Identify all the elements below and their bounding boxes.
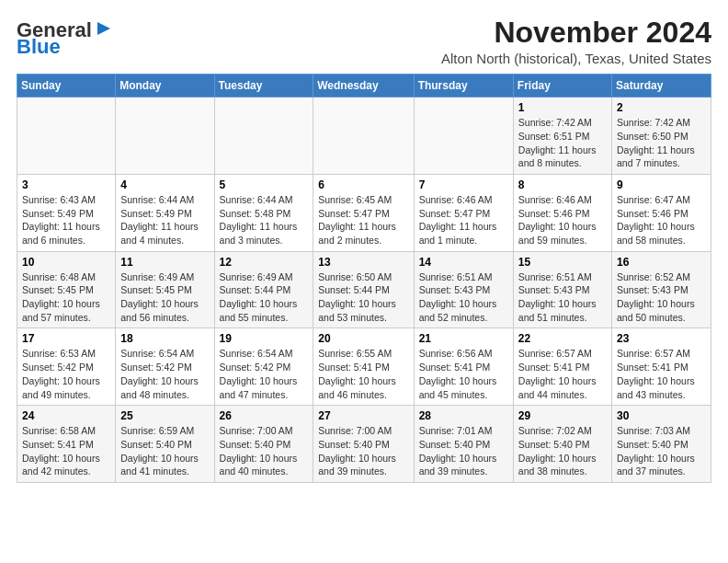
day-info: Sunrise: 6:54 AM Sunset: 5:42 PM Dayligh… (220, 347, 309, 401)
day-number: 7 (419, 178, 508, 191)
month-title: November 2024 (441, 17, 711, 49)
calendar-header: SundayMondayTuesdayWednesdayThursdayFrid… (17, 75, 711, 98)
day-number: 24 (22, 409, 110, 422)
day-cell: 2Sunrise: 7:42 AM Sunset: 6:50 PM Daylig… (612, 98, 711, 175)
day-number: 22 (518, 332, 607, 345)
day-cell: 16Sunrise: 6:52 AM Sunset: 5:43 PM Dayli… (612, 251, 711, 328)
day-info: Sunrise: 6:50 AM Sunset: 5:44 PM Dayligh… (318, 270, 408, 325)
header-row: SundayMondayTuesdayWednesdayThursdayFrid… (17, 75, 711, 98)
week-row-2: 3Sunrise: 6:43 AM Sunset: 5:49 PM Daylig… (17, 174, 711, 251)
day-cell: 8Sunrise: 6:46 AM Sunset: 5:46 PM Daylig… (513, 174, 611, 251)
day-number: 2 (617, 101, 706, 114)
day-info: Sunrise: 7:03 AM Sunset: 5:40 PM Dayligh… (617, 424, 706, 478)
day-info: Sunrise: 6:59 AM Sunset: 5:40 PM Dayligh… (120, 424, 209, 478)
day-number: 20 (318, 332, 408, 345)
day-cell: 20Sunrise: 6:55 AM Sunset: 5:41 PM Dayli… (313, 328, 414, 406)
day-number: 27 (318, 409, 408, 422)
day-number: 19 (220, 332, 309, 345)
day-cell: 17Sunrise: 6:53 AM Sunset: 5:42 PM Dayli… (17, 328, 116, 406)
day-cell: 12Sunrise: 6:49 AM Sunset: 5:44 PM Dayli… (214, 251, 313, 328)
day-cell: 4Sunrise: 6:44 AM Sunset: 5:49 PM Daylig… (116, 174, 214, 251)
day-number: 13 (318, 256, 408, 269)
day-number: 26 (220, 409, 309, 422)
day-info: Sunrise: 7:00 AM Sunset: 5:40 PM Dayligh… (220, 424, 309, 478)
day-number: 23 (617, 332, 706, 345)
day-info: Sunrise: 7:02 AM Sunset: 5:40 PM Dayligh… (518, 424, 607, 478)
day-cell: 25Sunrise: 6:59 AM Sunset: 5:40 PM Dayli… (116, 406, 214, 483)
day-number: 12 (220, 256, 309, 269)
location-title: Alton North (historical), Texas, United … (441, 51, 711, 66)
logo: General Blue (17, 20, 114, 57)
day-number: 30 (617, 409, 706, 422)
header-cell-sunday: Sunday (17, 75, 116, 98)
day-info: Sunrise: 6:49 AM Sunset: 5:45 PM Dayligh… (120, 270, 209, 325)
day-number: 18 (120, 332, 209, 345)
day-cell: 6Sunrise: 6:45 AM Sunset: 5:47 PM Daylig… (313, 174, 414, 251)
week-row-5: 24Sunrise: 6:58 AM Sunset: 5:41 PM Dayli… (17, 406, 711, 483)
day-number: 5 (220, 178, 309, 191)
day-cell: 27Sunrise: 7:00 AM Sunset: 5:40 PM Dayli… (313, 406, 414, 483)
day-cell: 29Sunrise: 7:02 AM Sunset: 5:40 PM Dayli… (513, 406, 611, 483)
day-number: 3 (22, 178, 110, 191)
day-number: 15 (518, 256, 607, 269)
header: General Blue November 2024 Alton North (… (17, 17, 711, 66)
day-info: Sunrise: 6:45 AM Sunset: 5:47 PM Dayligh… (318, 193, 408, 247)
day-number: 17 (22, 332, 110, 345)
day-info: Sunrise: 7:42 AM Sunset: 6:50 PM Dayligh… (617, 116, 706, 170)
day-cell: 15Sunrise: 6:51 AM Sunset: 5:43 PM Dayli… (513, 251, 611, 328)
day-number: 8 (518, 178, 607, 191)
day-info: Sunrise: 7:42 AM Sunset: 6:51 PM Dayligh… (518, 116, 607, 170)
page: General Blue November 2024 Alton North (… (0, 0, 728, 492)
day-info: Sunrise: 6:44 AM Sunset: 5:48 PM Dayligh… (220, 193, 309, 247)
day-cell: 7Sunrise: 6:46 AM Sunset: 5:47 PM Daylig… (414, 174, 513, 251)
logo-arrow-icon (94, 18, 114, 39)
day-cell: 30Sunrise: 7:03 AM Sunset: 5:40 PM Dayli… (612, 406, 711, 483)
day-info: Sunrise: 6:51 AM Sunset: 5:43 PM Dayligh… (419, 270, 508, 325)
header-cell-thursday: Thursday (414, 75, 513, 98)
day-cell (116, 98, 214, 175)
day-number: 6 (318, 178, 408, 191)
day-number: 1 (518, 101, 607, 114)
day-info: Sunrise: 6:47 AM Sunset: 5:46 PM Dayligh… (617, 193, 706, 247)
day-cell: 3Sunrise: 6:43 AM Sunset: 5:49 PM Daylig… (17, 174, 116, 251)
day-number: 28 (419, 409, 508, 422)
day-cell: 9Sunrise: 6:47 AM Sunset: 5:46 PM Daylig… (612, 174, 711, 251)
day-cell: 21Sunrise: 6:56 AM Sunset: 5:41 PM Dayli… (414, 328, 513, 406)
day-info: Sunrise: 6:51 AM Sunset: 5:43 PM Dayligh… (518, 270, 607, 325)
day-cell (17, 98, 116, 175)
week-row-1: 1Sunrise: 7:42 AM Sunset: 6:51 PM Daylig… (17, 98, 711, 175)
day-info: Sunrise: 6:54 AM Sunset: 5:42 PM Dayligh… (120, 347, 209, 401)
day-number: 21 (419, 332, 508, 345)
header-cell-tuesday: Tuesday (214, 75, 313, 98)
day-cell: 28Sunrise: 7:01 AM Sunset: 5:40 PM Dayli… (414, 406, 513, 483)
day-number: 29 (518, 409, 607, 422)
day-cell: 23Sunrise: 6:57 AM Sunset: 5:41 PM Dayli… (612, 328, 711, 406)
day-info: Sunrise: 6:49 AM Sunset: 5:44 PM Dayligh… (220, 270, 309, 325)
calendar-body: 1Sunrise: 7:42 AM Sunset: 6:51 PM Daylig… (17, 98, 711, 483)
day-number: 25 (120, 409, 209, 422)
day-info: Sunrise: 6:57 AM Sunset: 5:41 PM Dayligh… (518, 347, 607, 401)
day-cell: 18Sunrise: 6:54 AM Sunset: 5:42 PM Dayli… (116, 328, 214, 406)
logo-blue: Blue (17, 37, 61, 57)
day-info: Sunrise: 7:00 AM Sunset: 5:40 PM Dayligh… (318, 424, 408, 478)
day-info: Sunrise: 6:43 AM Sunset: 5:49 PM Dayligh… (22, 193, 110, 247)
day-info: Sunrise: 6:44 AM Sunset: 5:49 PM Dayligh… (120, 193, 209, 247)
day-cell (214, 98, 313, 175)
day-info: Sunrise: 6:58 AM Sunset: 5:41 PM Dayligh… (22, 424, 110, 478)
day-info: Sunrise: 6:55 AM Sunset: 5:41 PM Dayligh… (318, 347, 408, 401)
day-info: Sunrise: 6:48 AM Sunset: 5:45 PM Dayligh… (22, 270, 110, 325)
day-number: 9 (617, 178, 706, 191)
day-cell (414, 98, 513, 175)
header-cell-monday: Monday (116, 75, 214, 98)
header-cell-friday: Friday (513, 75, 611, 98)
day-cell (313, 98, 414, 175)
day-number: 11 (120, 256, 209, 269)
week-row-4: 17Sunrise: 6:53 AM Sunset: 5:42 PM Dayli… (17, 328, 711, 406)
day-info: Sunrise: 6:53 AM Sunset: 5:42 PM Dayligh… (22, 347, 110, 401)
day-number: 4 (120, 178, 209, 191)
day-cell: 11Sunrise: 6:49 AM Sunset: 5:45 PM Dayli… (116, 251, 214, 328)
day-info: Sunrise: 6:56 AM Sunset: 5:41 PM Dayligh… (419, 347, 508, 401)
day-cell: 19Sunrise: 6:54 AM Sunset: 5:42 PM Dayli… (214, 328, 313, 406)
day-cell: 14Sunrise: 6:51 AM Sunset: 5:43 PM Dayli… (414, 251, 513, 328)
day-info: Sunrise: 6:57 AM Sunset: 5:41 PM Dayligh… (617, 347, 706, 401)
